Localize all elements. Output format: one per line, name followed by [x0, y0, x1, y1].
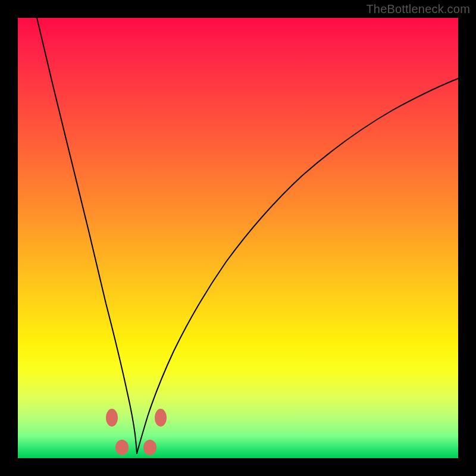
marker-lower-left: [115, 440, 129, 455]
marker-lower-right: [143, 440, 156, 455]
bottleneck-curve: [18, 18, 458, 458]
watermark-text: TheBottleneck.com: [366, 2, 470, 16]
chart-plot-area: [18, 18, 458, 458]
marker-upper-right: [155, 409, 167, 427]
chart-frame: TheBottleneck.com: [0, 0, 476, 476]
marker-upper-left: [106, 409, 118, 427]
curve-left-branch: [37, 18, 137, 453]
curve-right-branch: [137, 79, 458, 453]
